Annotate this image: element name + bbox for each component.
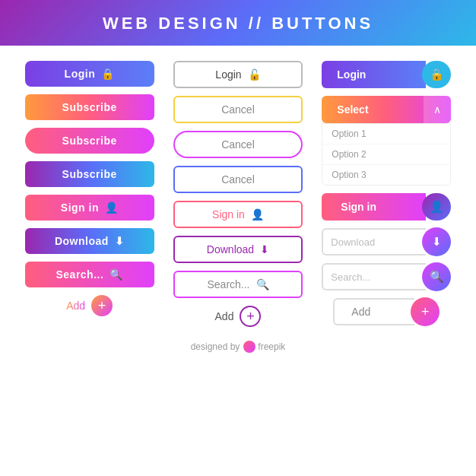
cancel-blue-label: Cancel: [221, 173, 255, 186]
login-split-button[interactable]: Login 🔒: [322, 61, 451, 88]
add-outline-icon: +: [240, 306, 261, 327]
freepik-icon: [243, 341, 255, 353]
add-plus-icon: +: [91, 295, 113, 316]
add-outline-button[interactable]: Add +: [215, 306, 262, 327]
select-option-1[interactable]: Option 1: [322, 124, 450, 144]
login-split-icon-button[interactable]: 🔒: [422, 61, 451, 88]
select-label: Select: [322, 103, 424, 116]
subscribe-blue-button[interactable]: Subscribe: [25, 161, 154, 187]
add-split-icon-button[interactable]: +: [411, 297, 440, 326]
footer: designed by freepik: [0, 335, 476, 357]
chevron-up-icon: ∧: [424, 96, 451, 123]
search-split-main: Search...: [322, 263, 426, 290]
freepik-logo: freepik: [243, 341, 285, 353]
add-solid-button[interactable]: Add +: [66, 295, 113, 316]
add-split-label: Add: [351, 306, 370, 318]
select-option-3[interactable]: Option 3: [322, 165, 450, 185]
header: WEB DESIGN // BUTTONS: [0, 0, 476, 46]
download-split-icon: ⬇: [432, 235, 442, 249]
cancel-yellow-button[interactable]: Cancel: [173, 96, 303, 123]
subscribe-red-label: Subscribe: [62, 135, 117, 147]
select-option-2[interactable]: Option 2: [322, 144, 450, 165]
login-outline-button[interactable]: Login 🔓: [173, 61, 303, 88]
subscribe-red-button[interactable]: Subscribe: [25, 128, 154, 154]
footer-text: designed by: [191, 341, 240, 352]
select-dropdown[interactable]: Select ∧ Option 1 Option 2 Option 3: [322, 96, 451, 186]
search-outline-button[interactable]: Search... 🔍: [173, 271, 303, 298]
add-split-button[interactable]: Add +: [333, 298, 440, 325]
freepik-brand: freepik: [258, 341, 285, 352]
add-solid-label: Add: [66, 300, 85, 312]
plus-split-icon: +: [421, 304, 430, 320]
download-split-button[interactable]: Download ⬇: [322, 228, 451, 255]
user-icon: 👤: [105, 202, 119, 214]
signin-outline-button[interactable]: Sign in 👤: [173, 201, 303, 228]
download-solid-button[interactable]: Download ⬇: [25, 228, 154, 254]
page-title: WEB DESIGN // BUTTONS: [0, 14, 476, 33]
login-split-main[interactable]: Login: [322, 61, 426, 88]
search-split-label: Search...: [331, 271, 370, 283]
col-solid: Login 🔒 Subscribe Subscribe Subscribe Si…: [23, 61, 156, 327]
add-outline-label: Add: [215, 310, 234, 322]
download-split-icon-button[interactable]: ⬇: [422, 227, 451, 256]
select-options-list: Option 1 Option 2 Option 3: [322, 123, 451, 186]
col-outline: Login 🔓 Cancel Cancel Cancel Sign in 👤 D…: [171, 61, 304, 327]
user-outline-icon: 👤: [251, 208, 264, 221]
signin-split-main[interactable]: Sign in: [322, 193, 426, 221]
search-icon: 🔍: [109, 268, 123, 281]
login-outline-label: Login: [215, 68, 241, 81]
search-split-icon-button[interactable]: 🔍: [422, 262, 451, 291]
signin-split-button[interactable]: Sign in 👤: [322, 193, 451, 221]
signin-split-label: Sign in: [341, 201, 376, 213]
download-outline-label: Download: [207, 243, 254, 255]
lock-split-icon: 🔒: [430, 68, 444, 81]
search-solid-label: Search...: [56, 268, 103, 281]
cancel-pink-button[interactable]: Cancel: [173, 131, 303, 158]
signin-outline-label: Sign in: [212, 208, 245, 221]
select-header[interactable]: Select ∧: [322, 96, 451, 123]
lock-icon: 🔒: [101, 68, 115, 80]
download-solid-label: Download: [55, 235, 109, 247]
download-split-label: Download: [331, 236, 375, 248]
user-split-icon: 👤: [430, 200, 444, 214]
search-split-button[interactable]: Search... 🔍: [322, 263, 451, 290]
login-solid-label: Login: [65, 68, 96, 80]
cancel-pink-label: Cancel: [221, 138, 255, 151]
signin-solid-label: Sign in: [61, 202, 99, 214]
download-icon: ⬇: [115, 235, 125, 247]
search-split-icon: 🔍: [430, 270, 444, 284]
col-split: Login 🔒 Select ∧ Option 1 Option 2 Optio…: [320, 61, 453, 327]
subscribe-blue-label: Subscribe: [62, 168, 117, 180]
signin-solid-button[interactable]: Sign in 👤: [25, 195, 154, 221]
subscribe-orange-label: Subscribe: [62, 101, 117, 113]
login-solid-button[interactable]: Login 🔒: [25, 61, 154, 87]
download-outline-icon: ⬇: [260, 243, 269, 255]
download-split-main: Download: [322, 228, 426, 255]
search-outline-icon: 🔍: [256, 278, 269, 290]
download-outline-button[interactable]: Download ⬇: [173, 236, 303, 263]
main-content: Login 🔒 Subscribe Subscribe Subscribe Si…: [0, 46, 476, 335]
search-solid-button[interactable]: Search... 🔍: [25, 262, 154, 287]
lock-outline-icon: 🔓: [248, 68, 261, 81]
subscribe-orange-button[interactable]: Subscribe: [25, 94, 154, 120]
cancel-yellow-label: Cancel: [221, 103, 255, 116]
login-split-label: Login: [337, 68, 366, 81]
add-split-main: Add: [333, 298, 414, 325]
search-outline-label: Search...: [207, 278, 249, 290]
cancel-blue-button[interactable]: Cancel: [173, 166, 303, 193]
signin-split-icon-button[interactable]: 👤: [422, 193, 451, 221]
